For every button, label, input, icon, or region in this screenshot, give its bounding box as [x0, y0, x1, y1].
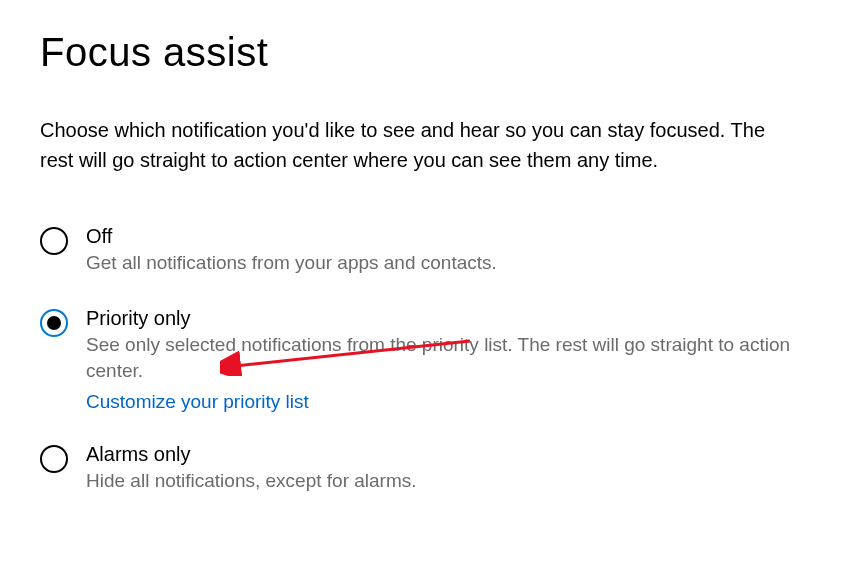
radio-content: Off Get all notifications from your apps…: [86, 225, 497, 277]
radio-button-off[interactable]: [40, 227, 68, 255]
radio-content: Alarms only Hide all notifications, exce…: [86, 443, 417, 495]
radio-label-priority-only[interactable]: Priority only: [86, 307, 807, 330]
radio-option-alarms-only[interactable]: Alarms only Hide all notifications, exce…: [40, 443, 807, 495]
radio-desc-alarms-only: Hide all notifications, except for alarm…: [86, 468, 417, 495]
radio-label-alarms-only[interactable]: Alarms only: [86, 443, 417, 466]
radio-button-priority-only[interactable]: [40, 309, 68, 337]
radio-content: Priority only See only selected notifica…: [86, 307, 807, 413]
customize-priority-list-link[interactable]: Customize your priority list: [86, 391, 807, 413]
radio-desc-off: Get all notifications from your apps and…: [86, 250, 497, 277]
page-title: Focus assist: [40, 30, 807, 75]
page-description: Choose which notification you'd like to …: [40, 115, 800, 175]
radio-desc-priority-only: See only selected notifications from the…: [86, 332, 807, 385]
radio-label-off[interactable]: Off: [86, 225, 497, 248]
radio-button-alarms-only[interactable]: [40, 445, 68, 473]
radio-option-priority-only[interactable]: Priority only See only selected notifica…: [40, 307, 807, 413]
focus-assist-radio-group: Off Get all notifications from your apps…: [40, 225, 807, 494]
radio-option-off[interactable]: Off Get all notifications from your apps…: [40, 225, 807, 277]
